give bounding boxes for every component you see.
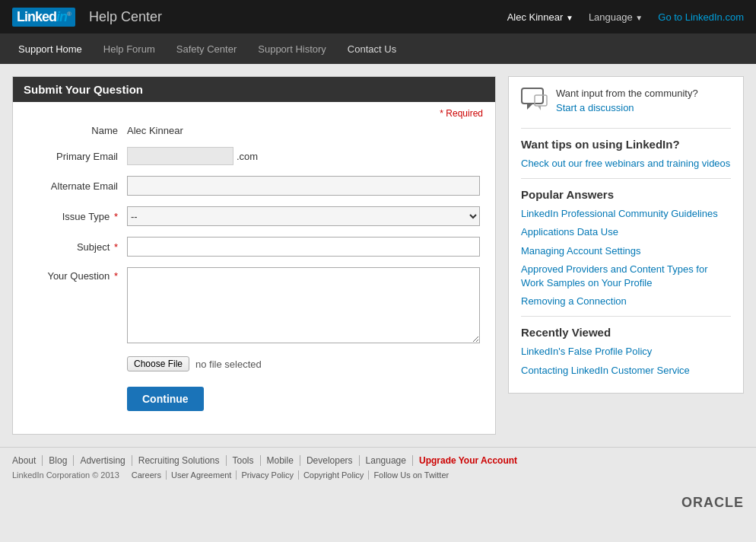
popular-answer-3[interactable]: Approved Providers and Content Types for… (521, 263, 731, 290)
popular-answer-1[interactable]: Applications Data Use (521, 225, 731, 239)
form-panel: Submit Your Question * Required Name Ale… (12, 76, 496, 435)
header: Linkedin® Help Center Alec Kinnear ▼ Lan… (0, 0, 756, 33)
nav-item-support-home[interactable]: Support Home (8, 33, 93, 64)
logo-box: Linkedin® (12, 8, 75, 27)
footer: About Blog Advertising Recruiting Soluti… (0, 447, 756, 487)
nav-item-safety-center[interactable]: Safety Center (166, 33, 248, 64)
nav-item-contact-us[interactable]: Contact Us (337, 33, 407, 64)
main-content: Submit Your Question * Required Name Ale… (0, 64, 756, 447)
continue-row: Continue (28, 387, 480, 411)
question-label: Your Question * (28, 267, 127, 282)
footer-link-blog[interactable]: Blog (43, 455, 74, 466)
choose-file-button[interactable]: Choose File (127, 356, 189, 371)
sidebar-card: Want input from the community? Start a d… (508, 76, 744, 394)
header-left: Linkedin® Help Center (12, 8, 162, 27)
alternate-email-row: Alternate Email (28, 176, 480, 196)
popular-answer-0[interactable]: LinkedIn Professional Community Guidelin… (521, 207, 731, 221)
popular-answer-2[interactable]: Managing Account Settings (521, 244, 731, 258)
logo-registered: ® (67, 11, 71, 18)
community-text: Want input from the community? Start a d… (556, 88, 698, 113)
name-label: Name (28, 125, 127, 136)
issue-type-label: Issue Type * (28, 211, 127, 222)
subject-label: Subject * (28, 241, 127, 253)
footer-copyright: LinkedIn Corporation © 2013 (12, 470, 119, 480)
popular-answers-section: Popular Answers LinkedIn Professional Co… (521, 188, 731, 308)
footer-link-careers[interactable]: Careers (127, 470, 167, 480)
nav-item-support-history[interactable]: Support History (247, 33, 337, 64)
footer-link-developers[interactable]: Developers (300, 455, 360, 466)
footer-link-user-agreement[interactable]: User Agreement (167, 470, 237, 480)
navigation-bar: Support Home Help Forum Safety Center Su… (0, 33, 756, 64)
divider-2 (521, 178, 731, 179)
tips-link[interactable]: Check out our free webinars and training… (521, 157, 731, 171)
user-dropdown-arrow: ▼ (566, 14, 573, 22)
name-value: Alec Kinnear (127, 125, 183, 136)
primary-email-row: Primary Email .com (28, 147, 480, 165)
alternate-email-input[interactable] (127, 176, 480, 196)
header-right: Alec Kinnear ▼ Language ▼ Go to LinkedIn… (507, 11, 744, 23)
logo-in: in (56, 9, 67, 24)
go-to-linkedin-link[interactable]: Go to LinkedIn.com (658, 11, 744, 23)
footer-link-mobile[interactable]: Mobile (261, 455, 300, 466)
continue-button[interactable]: Continue (127, 387, 204, 411)
oracle-logo: ORACLE (0, 487, 756, 515)
primary-email-masked (127, 147, 233, 165)
footer-links: About Blog Advertising Recruiting Soluti… (12, 455, 744, 466)
user-name: Alec Kinnear (507, 11, 564, 23)
community-title: Want input from the community? (556, 88, 698, 99)
footer-link-language[interactable]: Language (360, 455, 413, 466)
no-file-text: no file selected (195, 359, 262, 370)
footer-link-advertising[interactable]: Advertising (74, 455, 132, 466)
footer-link-twitter[interactable]: Follow Us on Twitter (369, 470, 453, 480)
svg-marker-1 (527, 104, 533, 110)
question-textarea[interactable] (127, 267, 480, 343)
footer-link-copyright-policy[interactable]: Copyright Policy (299, 470, 369, 480)
user-menu[interactable]: Alec Kinnear ▼ (507, 11, 573, 23)
primary-email-field: .com (127, 147, 480, 165)
help-center-title: Help Center (89, 9, 162, 25)
footer-legal-links: Careers User Agreement Privacy Policy Co… (127, 470, 453, 480)
file-row: Choose File no file selected (28, 356, 480, 371)
footer-link-tools[interactable]: Tools (227, 455, 261, 466)
subject-row: Subject * (28, 237, 480, 257)
form-title: Submit Your Question (13, 77, 495, 102)
subject-input[interactable] (127, 237, 480, 257)
logo-linked: Linked (17, 9, 56, 24)
question-required: * (111, 270, 118, 282)
name-field: Alec Kinnear (127, 125, 480, 136)
footer-link-upgrade[interactable]: Upgrade Your Account (413, 455, 523, 466)
start-discussion-link[interactable]: Start a discussion (556, 102, 634, 113)
tips-title: Want tips on using LinkedIn? (521, 138, 731, 151)
required-note: * Required (13, 102, 495, 125)
community-section: Want input from the community? Start a d… (521, 88, 731, 117)
divider-3 (521, 316, 731, 317)
issue-type-row: Issue Type * -- (28, 206, 480, 226)
recently-viewed-0[interactable]: LinkedIn's False Profile Policy (521, 345, 731, 359)
alternate-email-label: Alternate Email (28, 180, 127, 192)
tips-section: Want tips on using LinkedIn? Check out o… (521, 138, 731, 171)
footer-link-recruiting[interactable]: Recruiting Solutions (132, 455, 227, 466)
popular-answers-title: Popular Answers (521, 188, 731, 201)
recently-viewed-1[interactable]: Contacting LinkedIn Customer Service (521, 364, 731, 378)
issue-type-field: -- (127, 206, 480, 226)
recently-viewed-section: Recently Viewed LinkedIn's False Profile… (521, 326, 731, 377)
question-row: Your Question * (28, 267, 480, 346)
nav-item-help-forum[interactable]: Help Forum (93, 33, 166, 64)
language-label: Language (589, 11, 633, 23)
svg-rect-0 (522, 88, 543, 104)
form-body: Name Alec Kinnear Primary Email .com Alt… (13, 125, 495, 411)
footer-link-about[interactable]: About (12, 455, 43, 466)
name-row: Name Alec Kinnear (28, 125, 480, 136)
language-menu[interactable]: Language ▼ (589, 11, 643, 23)
issue-type-required: * (111, 211, 118, 222)
svg-marker-3 (538, 106, 541, 110)
subject-required: * (111, 241, 118, 253)
primary-email-label: Primary Email (28, 151, 127, 162)
chat-icon (521, 88, 548, 117)
footer-link-privacy-policy[interactable]: Privacy Policy (237, 470, 298, 480)
popular-answer-4[interactable]: Removing a Connection (521, 295, 731, 308)
divider-1 (521, 128, 731, 129)
question-field (127, 267, 480, 346)
issue-type-select[interactable]: -- (127, 206, 480, 226)
recently-viewed-title: Recently Viewed (521, 326, 731, 339)
